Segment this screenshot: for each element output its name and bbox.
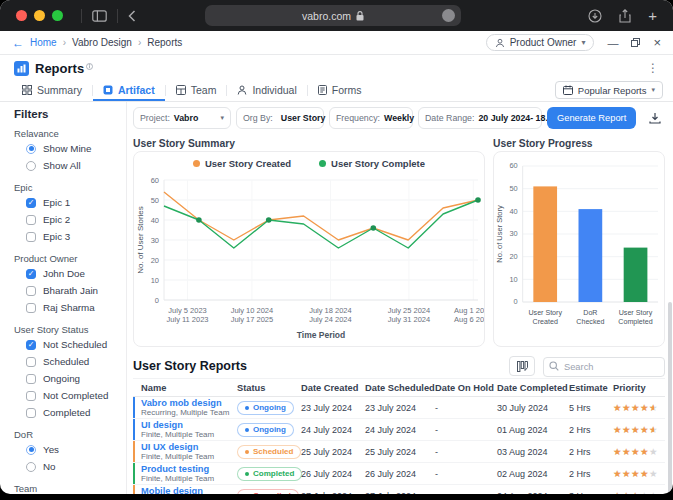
- checkbox[interactable]: [26, 357, 36, 367]
- role-selector[interactable]: Product Owner ▾: [486, 34, 595, 51]
- column-header[interactable]: Name: [133, 383, 237, 393]
- filter-option[interactable]: ✓Epic 1: [14, 194, 118, 211]
- window-restore-button[interactable]: [631, 38, 640, 47]
- downloads-icon[interactable]: [588, 9, 602, 23]
- sidebar-toggle-icon[interactable]: [92, 10, 107, 22]
- download-report-icon[interactable]: [649, 112, 661, 124]
- svg-text:July 11 2023: July 11 2023: [167, 315, 209, 324]
- tab-forms[interactable]: Forms: [308, 79, 372, 101]
- story-link[interactable]: UI design: [141, 420, 237, 431]
- tab-artifact[interactable]: Artifact: [93, 79, 165, 101]
- filter-option[interactable]: ✓John Doe: [14, 265, 118, 282]
- name-cell: Vabro mob designRecurring, Multiple Team: [133, 397, 237, 418]
- share-icon[interactable]: [619, 9, 631, 23]
- column-header[interactable]: Date Completed: [497, 383, 569, 393]
- radio-button[interactable]: [26, 445, 36, 455]
- divider: [81, 9, 82, 23]
- radio-button[interactable]: [26, 161, 36, 171]
- table-row[interactable]: Product testingFinite, Multiple TeamComp…: [133, 463, 665, 485]
- filter-option[interactable]: Epic 2: [14, 211, 118, 228]
- generate-report-button[interactable]: Generate Report: [547, 107, 636, 129]
- radio-button[interactable]: [26, 144, 36, 154]
- url-bar[interactable]: vabro.com: [205, 5, 461, 26]
- checkbox[interactable]: [26, 391, 36, 401]
- project-dropdown[interactable]: Project: Vabro ▾: [133, 107, 231, 129]
- window-minimize-button[interactable]: —: [607, 37, 618, 49]
- checkbox[interactable]: [26, 232, 36, 242]
- radio-button[interactable]: [26, 462, 36, 472]
- filter-option[interactable]: Scheduled: [14, 353, 118, 370]
- filter-option[interactable]: Ongoing: [14, 370, 118, 387]
- filter-option[interactable]: ✓Not Scheduled: [14, 336, 118, 353]
- filter-option[interactable]: Show All: [14, 157, 118, 174]
- kebab-menu-icon[interactable]: ⋮: [647, 61, 659, 75]
- browser-window: vabro.com + ← Home › Vabro D: [0, 0, 673, 494]
- svg-text:50: 50: [509, 184, 517, 193]
- chevron-down-icon: ▾: [581, 38, 585, 47]
- filter-option-label: Show All: [43, 160, 81, 171]
- checkbox[interactable]: ✓: [26, 269, 36, 279]
- checkbox[interactable]: [26, 303, 36, 313]
- orgby-dropdown[interactable]: Org By: User Story ▾: [236, 107, 324, 129]
- svg-text:No. of User Stories: No. of User Stories: [136, 206, 145, 274]
- breadcrumb-back-icon[interactable]: ←: [12, 36, 24, 50]
- svg-text:Aug 1 2024: Aug 1 2024: [454, 306, 484, 315]
- checkbox[interactable]: [26, 286, 36, 296]
- column-header[interactable]: Date Scheduled: [365, 383, 435, 393]
- story-link[interactable]: Mobile design: [141, 486, 237, 494]
- checkbox[interactable]: ✓: [26, 198, 36, 208]
- filter-option[interactable]: Show Mine: [14, 140, 118, 157]
- filter-option[interactable]: Raj Sharma: [14, 299, 118, 316]
- breadcrumb-project[interactable]: Vabro Design: [72, 37, 132, 48]
- story-link[interactable]: Vabro mob design: [141, 398, 237, 409]
- zoom-traffic-light[interactable]: [52, 10, 63, 21]
- column-header[interactable]: Priority: [613, 383, 665, 393]
- search-input[interactable]: [543, 357, 665, 377]
- filter-option[interactable]: Bharath Jain: [14, 282, 118, 299]
- tab-summary[interactable]: Summary: [12, 79, 92, 101]
- scrollbar-thumb[interactable]: [668, 302, 672, 494]
- filter-option[interactable]: Not Completed: [14, 387, 118, 404]
- story-link[interactable]: Product testing: [141, 464, 237, 475]
- daterange-picker[interactable]: Date Range: 20 July 2024- 18...: [418, 107, 542, 129]
- table-row[interactable]: UI designFinite, Multiple TeamOngoing24 …: [133, 419, 665, 441]
- column-settings-button[interactable]: [509, 356, 535, 376]
- checkbox[interactable]: [26, 374, 36, 384]
- main-content: Project: Vabro ▾ Org By: User Story ▾ Fr…: [127, 102, 673, 494]
- checkbox[interactable]: [26, 215, 36, 225]
- breadcrumb-home[interactable]: Home: [30, 37, 57, 48]
- url-trailing-icon[interactable]: [442, 9, 455, 22]
- filter-option[interactable]: Epic 3: [14, 228, 118, 245]
- filter-option[interactable]: No: [14, 458, 118, 475]
- artifact-icon: [103, 85, 113, 95]
- table-row[interactable]: UI UX designFinite, Multiple TeamSchedul…: [133, 441, 665, 463]
- date-completed: 04 Aug 2024: [497, 491, 569, 495]
- table-row[interactable]: Mobile designFinite, Multiple TeamCancel…: [133, 485, 665, 494]
- column-header[interactable]: Status: [237, 383, 301, 393]
- svg-text:20: 20: [509, 252, 517, 261]
- person-icon: [237, 85, 247, 95]
- name-cell: Mobile designFinite, Multiple Team: [133, 485, 237, 494]
- column-header[interactable]: Date On Hold: [435, 383, 497, 393]
- checkbox[interactable]: ✓: [26, 340, 36, 350]
- checkbox[interactable]: [26, 408, 36, 418]
- table-row[interactable]: Vabro mob designRecurring, Multiple Team…: [133, 397, 665, 419]
- column-header[interactable]: Estimate: [569, 383, 613, 393]
- tab-team[interactable]: Team: [166, 79, 227, 101]
- back-icon[interactable]: [128, 10, 136, 22]
- estimate: 3 Hrs: [569, 491, 613, 495]
- minimize-traffic-light[interactable]: [34, 10, 45, 21]
- column-header[interactable]: Date Created: [301, 383, 365, 393]
- line-chart-legend: User Story CreatedUser Story Complete: [134, 152, 484, 174]
- new-tab-icon[interactable]: +: [648, 8, 657, 23]
- popular-reports-button[interactable]: Popular Reports ▾: [555, 81, 663, 99]
- filter-option[interactable]: Yes: [14, 441, 118, 458]
- info-icon[interactable]: [86, 56, 93, 74]
- frequency-dropdown[interactable]: Frequency: Weekly ▾: [329, 107, 413, 129]
- tab-individual[interactable]: Individual: [227, 79, 306, 101]
- filter-option[interactable]: Completed: [14, 404, 118, 421]
- window-close-button[interactable]: ×: [653, 35, 661, 50]
- close-traffic-light[interactable]: [16, 10, 27, 21]
- story-link[interactable]: UI UX design: [141, 442, 237, 453]
- story-meta: Recurring, Multiple Team: [141, 408, 237, 417]
